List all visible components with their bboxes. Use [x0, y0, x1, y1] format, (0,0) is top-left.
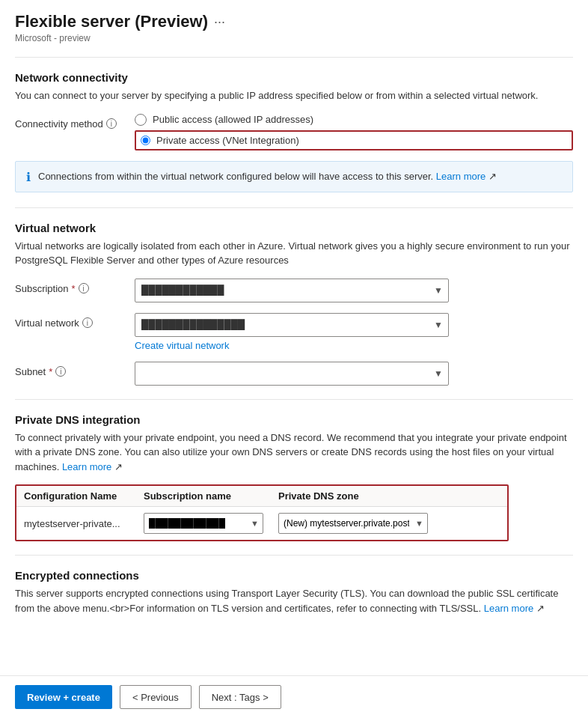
page-title: Flexible server (Preview): [15, 12, 208, 31]
previous-button[interactable]: < Previous: [120, 685, 192, 709]
virtual-network-row: Virtual network i ███████████████ ▼ Crea…: [15, 313, 573, 351]
virtual-network-input-area: ███████████████ ▼ Create virtual network: [135, 313, 573, 351]
subnet-select[interactable]: [135, 362, 449, 386]
info-banner-learn-more-link[interactable]: Learn more: [436, 171, 486, 182]
subnet-label: Subnet * i: [15, 362, 135, 377]
dns-config-name-header: Configuration Name: [24, 490, 144, 502]
private-access-option-selected[interactable]: Private access (VNet Integration): [135, 130, 573, 150]
subnet-info-icon[interactable]: i: [55, 366, 66, 377]
dns-subscription-select[interactable]: ████████████: [144, 513, 263, 534]
public-access-radio[interactable]: [135, 114, 147, 126]
virtual-network-section: Virtual network Virtual networks are log…: [15, 222, 573, 386]
vnet-section-title: Virtual network: [15, 222, 573, 234]
encrypted-connections-section: Encrypted connections This server suppor…: [15, 569, 573, 615]
public-access-option[interactable]: Public access (allowed IP addresses): [135, 114, 573, 126]
connectivity-info-icon[interactable]: i: [106, 118, 117, 129]
dns-table: Configuration Name Subscription name Pri…: [15, 484, 509, 541]
private-access-label: Private access (VNet Integration): [156, 135, 299, 146]
next-button[interactable]: Next : Tags >: [199, 685, 281, 709]
dns-section-desc: To connect privately with your private e…: [15, 431, 573, 475]
dns-table-header: Configuration Name Subscription name Pri…: [16, 486, 507, 507]
subscription-select-wrapper: ████████████ ▼: [135, 279, 449, 302]
vnet-info-banner: ℹ Connections from within the virtual ne…: [15, 161, 573, 192]
subscription-label: Subscription * i: [15, 279, 135, 294]
encrypted-section-desc: This server supports encrypted connectio…: [15, 586, 573, 615]
subnet-row: Subnet * i ▼: [15, 362, 573, 386]
subscription-select[interactable]: ████████████: [135, 279, 449, 302]
info-banner-icon: ℹ: [26, 170, 31, 184]
network-connectivity-section: Network connectivity You can connect to …: [15, 71, 573, 192]
subscription-row: Subscription * i ████████████ ▼: [15, 279, 573, 302]
review-create-button[interactable]: Review + create: [15, 685, 112, 709]
subscription-info-icon[interactable]: i: [79, 283, 89, 293]
subscription-input-area: ████████████ ▼: [135, 279, 573, 302]
dns-zone-select-wrapper: (New) mytestserver.private.postgres.data…: [278, 513, 428, 534]
virtual-network-select[interactable]: ███████████████: [135, 313, 449, 337]
virtual-network-label: Virtual network i: [15, 313, 135, 329]
info-banner-text: Connections from within the virtual netw…: [38, 169, 497, 184]
connectivity-method-label: Connectivity method i: [15, 114, 135, 130]
footer: Review + create < Previous Next : Tags >: [0, 675, 588, 718]
dns-zone-header: Private DNS zone: [278, 490, 500, 502]
page-subtitle: Microsoft - preview: [15, 33, 573, 43]
dns-subscription-header: Subscription name: [144, 490, 278, 502]
ellipsis-menu-icon[interactable]: ···: [214, 14, 225, 30]
dns-subscription-cell: ████████████ ▼: [144, 513, 278, 534]
public-access-label: Public access (allowed IP addresses): [153, 114, 313, 125]
subnet-select-wrapper: ▼: [135, 362, 449, 386]
dns-section-title: Private DNS integration: [15, 413, 573, 426]
dns-config-name-cell: mytestserver-private...: [24, 518, 144, 529]
private-access-radio[interactable]: [141, 136, 150, 145]
connectivity-options: Public access (allowed IP addresses) Pri…: [135, 114, 573, 150]
subscription-required: *: [72, 283, 76, 294]
dns-subscription-select-wrapper: ████████████ ▼: [144, 513, 263, 534]
encrypted-learn-more-link[interactable]: Learn more: [484, 603, 533, 614]
subnet-required: *: [49, 366, 52, 377]
network-section-title: Network connectivity: [15, 71, 573, 84]
connectivity-method-row: Connectivity method i Public access (all…: [15, 114, 573, 150]
dns-learn-more-link[interactable]: Learn more: [62, 461, 111, 472]
dns-integration-section: Private DNS integration To connect priva…: [15, 413, 573, 542]
vnet-section-desc: Virtual networks are logically isolated …: [15, 239, 573, 268]
encrypted-section-title: Encrypted connections: [15, 569, 573, 582]
dns-zone-cell: (New) mytestserver.private.postgres.data…: [278, 513, 500, 534]
virtual-network-select-wrapper: ███████████████ ▼: [135, 313, 449, 337]
subnet-input-area: ▼: [135, 362, 573, 386]
vnet-info-icon[interactable]: i: [82, 317, 93, 328]
network-section-desc: You can connect to your server by specif…: [15, 88, 573, 103]
create-virtual-network-link[interactable]: Create virtual network: [135, 340, 229, 351]
connectivity-radio-group: Public access (allowed IP addresses) Pri…: [135, 114, 573, 150]
dns-zone-select[interactable]: (New) mytestserver.private.postgres.data…: [278, 513, 428, 534]
dns-table-row: mytestserver-private... ████████████ ▼: [16, 507, 507, 540]
